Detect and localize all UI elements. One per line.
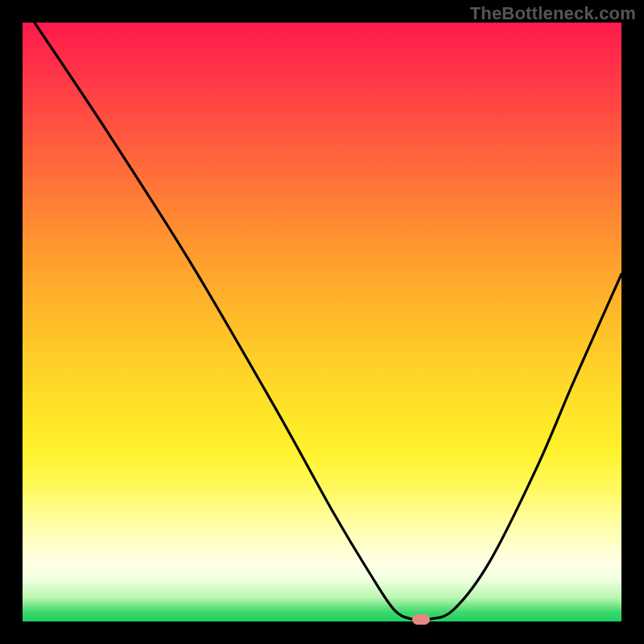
curve-path (35, 23, 621, 621)
watermark-text: TheBottleneck.com (470, 3, 636, 24)
chart-frame: TheBottleneck.com (0, 0, 644, 644)
plot-area (23, 23, 621, 621)
optimum-marker (412, 614, 430, 625)
bottleneck-curve (23, 23, 621, 621)
